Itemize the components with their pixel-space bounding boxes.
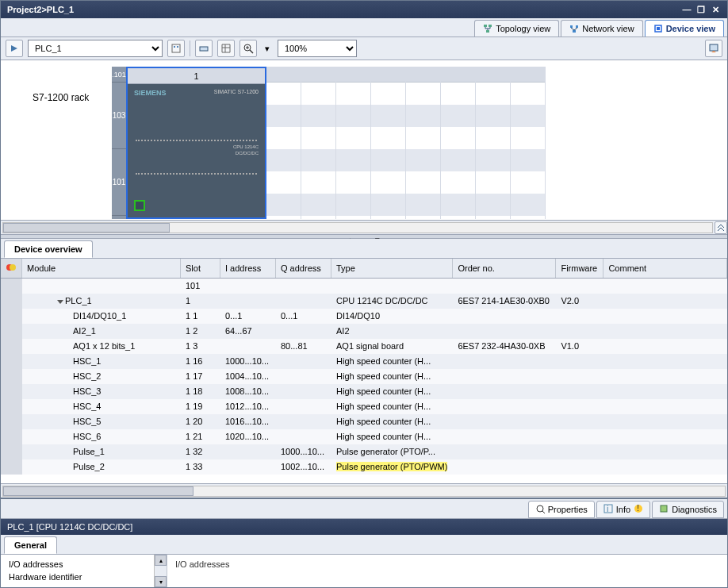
tab-device-view[interactable]: Device view	[645, 20, 724, 37]
cpu-module[interactable]: 1 SIEMENS SIMATIC S7-1200 CPU 1214C DC/D…	[126, 67, 266, 219]
tab-topology-view[interactable]: Topology view	[474, 20, 559, 37]
slot-101-column[interactable]: .101 103 101	[112, 67, 126, 219]
cell-order[interactable]	[453, 354, 556, 369]
cell-qaddr[interactable]	[276, 384, 331, 399]
cell-module[interactable]: Pulse_1	[22, 444, 181, 459]
row-handle[interactable]	[1, 414, 22, 429]
cell-slot[interactable]: 101	[181, 279, 220, 294]
zoom-level-select[interactable]: 100%	[278, 40, 357, 57]
module-catalog-button[interactable]	[167, 40, 185, 57]
row-handle[interactable]	[1, 354, 22, 369]
cell-order[interactable]: 6ES7 232-4HA30-0XB	[453, 339, 556, 354]
cell-comment[interactable]	[603, 294, 727, 309]
cell-iaddr[interactable]	[220, 279, 276, 294]
cell-order[interactable]	[453, 429, 556, 444]
cell-comment[interactable]	[603, 309, 727, 324]
cell-module[interactable]: HSC_3	[22, 384, 181, 399]
maximize-canvas-button[interactable]	[715, 221, 727, 234]
row-handle[interactable]	[1, 429, 22, 444]
table-row[interactable]: AI2_11 264...67AI2	[1, 324, 727, 339]
cell-comment[interactable]	[603, 459, 727, 475]
tab-diagnostics[interactable]: Diagnostics	[652, 501, 724, 518]
cell-qaddr[interactable]	[276, 324, 331, 339]
table-row[interactable]: Pulse_21 331002...10...Pulse generator (…	[1, 459, 727, 475]
cell-module[interactable]: HSC_6	[22, 429, 181, 444]
cell-fw[interactable]	[556, 459, 603, 475]
row-handle[interactable]	[1, 399, 22, 414]
cell-order[interactable]	[453, 384, 556, 399]
nav-tree-scrollbar[interactable]: ▴ ▾	[154, 555, 167, 587]
table-row[interactable]: DI14/DQ10_11 10...10...1DI14/DQ10	[1, 309, 727, 324]
cell-comment[interactable]	[603, 324, 727, 339]
cell-qaddr[interactable]: 1002...10...	[276, 459, 331, 475]
table-row[interactable]: AQ1 x 12 bits_11 380...81AQ1 signal boar…	[1, 339, 727, 354]
cell-module[interactable]: HSC_1	[22, 354, 181, 369]
property-nav-tree[interactable]: I/O addresses Hardware identifier ▴ ▾	[1, 555, 167, 587]
nav-io-addresses[interactable]: I/O addresses	[6, 558, 162, 571]
grid-button[interactable]	[217, 40, 235, 57]
cell-module[interactable]: PLC_1	[22, 294, 181, 309]
cell-order[interactable]: 6ES7 214-1AE30-0XB0	[453, 294, 556, 309]
empty-slot[interactable]	[441, 67, 476, 219]
cell-comment[interactable]	[603, 279, 727, 294]
cell-slot[interactable]: 1 17	[181, 369, 220, 384]
col-qaddress[interactable]: Q address	[276, 259, 331, 279]
cell-order[interactable]	[453, 369, 556, 384]
device-overview-grid-wrap[interactable]: Module Slot I address Q address Type Ord…	[1, 258, 727, 483]
empty-slot[interactable]	[266, 67, 301, 219]
expand-arrow-icon[interactable]	[57, 300, 63, 304]
cell-order[interactable]	[453, 459, 556, 475]
cell-module[interactable]: HSC_4	[22, 399, 181, 414]
canvas-hscrollbar[interactable]	[1, 220, 727, 234]
cell-type[interactable]: High speed counter (H...	[331, 369, 453, 384]
cell-fw[interactable]	[556, 429, 603, 444]
hscroll-thumb[interactable]	[3, 223, 170, 233]
table-row[interactable]: Pulse_11 321000...10...Pulse generator (…	[1, 444, 727, 459]
cell-type[interactable]: Pulse generator (PTO/P...	[331, 444, 453, 459]
cell-fw[interactable]	[556, 324, 603, 339]
col-icon[interactable]	[1, 259, 22, 279]
show-labels-button[interactable]	[195, 40, 213, 57]
overview-hscroll-thumb[interactable]	[3, 486, 193, 496]
empty-slot[interactable]	[476, 67, 511, 219]
add-device-button[interactable]	[6, 40, 23, 57]
cell-slot[interactable]: 1 2	[181, 324, 220, 339]
table-row[interactable]: HSC_41 191012...10...High speed counter …	[1, 399, 727, 414]
cell-fw[interactable]	[556, 354, 603, 369]
cell-slot[interactable]: 1 33	[181, 459, 220, 475]
cell-iaddr[interactable]	[220, 444, 276, 459]
cell-slot[interactable]: 1 16	[181, 354, 220, 369]
cell-iaddr[interactable]	[220, 294, 276, 309]
nav-scroll-up[interactable]: ▴	[155, 555, 167, 566]
close-button[interactable]: ✕	[710, 4, 721, 15]
cell-iaddr[interactable]: 0...1	[220, 309, 276, 324]
col-firmware[interactable]: Firmware	[556, 259, 603, 279]
row-handle[interactable]	[1, 384, 22, 399]
cell-slot[interactable]: 1 19	[181, 399, 220, 414]
row-handle[interactable]	[1, 324, 22, 339]
cell-module[interactable]: HSC_5	[22, 414, 181, 429]
nav-scroll-down[interactable]: ▾	[155, 576, 167, 587]
cell-slot[interactable]: 1 32	[181, 444, 220, 459]
row-handle[interactable]	[1, 369, 22, 384]
cell-fw[interactable]	[556, 399, 603, 414]
tab-info[interactable]: i Info !	[596, 501, 650, 518]
device-dropdown[interactable]: PLC_1	[28, 40, 163, 57]
cell-slot[interactable]: 1	[181, 294, 220, 309]
cell-module[interactable]	[22, 279, 181, 294]
cell-module[interactable]: AQ1 x 12 bits_1	[22, 339, 181, 354]
empty-slot[interactable]	[406, 67, 441, 219]
cell-iaddr[interactable]	[220, 339, 276, 354]
row-handle[interactable]	[1, 279, 22, 294]
cell-comment[interactable]	[603, 414, 727, 429]
cell-module[interactable]: HSC_2	[22, 369, 181, 384]
cell-type[interactable]: High speed counter (H...	[331, 429, 453, 444]
tab-device-overview[interactable]: Device overview	[4, 240, 93, 258]
cell-type[interactable]: AI2	[331, 324, 453, 339]
table-row[interactable]: HSC_31 181008...10...High speed counter …	[1, 384, 727, 399]
table-row[interactable]: HSC_61 211020...10...High speed counter …	[1, 429, 727, 444]
cell-type[interactable]: High speed counter (H...	[331, 399, 453, 414]
cell-type[interactable]: High speed counter (H...	[331, 354, 453, 369]
cell-comment[interactable]	[603, 339, 727, 354]
col-iaddress[interactable]: I address	[220, 259, 276, 279]
